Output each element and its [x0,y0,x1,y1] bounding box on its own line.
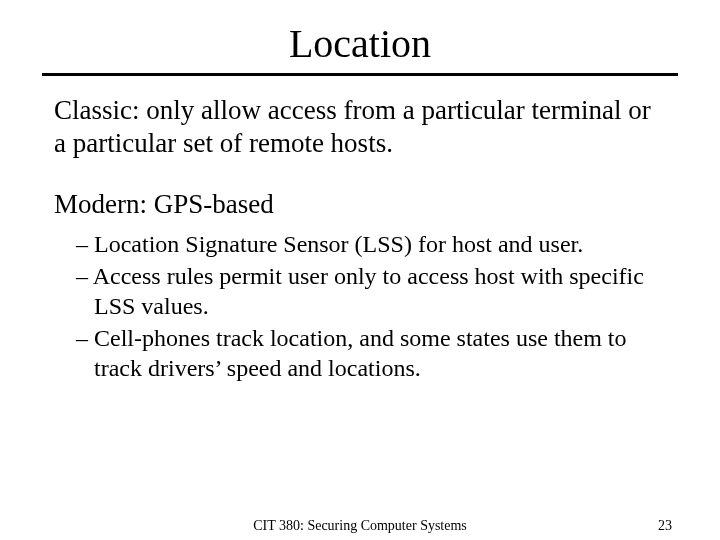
list-item: Location Signature Sensor (LSS) for host… [76,229,666,259]
paragraph-modern-heading: Modern: GPS-based [54,188,666,221]
list-item: Access rules permit user only to access … [76,261,666,321]
slide-body: Classic: only allow access from a partic… [0,76,720,383]
footer-page-number: 23 [658,518,672,534]
slide: Location Classic: only allow access from… [0,0,720,540]
paragraph-classic: Classic: only allow access from a partic… [54,94,666,160]
footer-course: CIT 380: Securing Computer Systems [0,518,720,534]
slide-title: Location [0,0,720,73]
list-item: Cell-phones track location, and some sta… [76,323,666,383]
bullet-list: Location Signature Sensor (LSS) for host… [54,229,666,383]
